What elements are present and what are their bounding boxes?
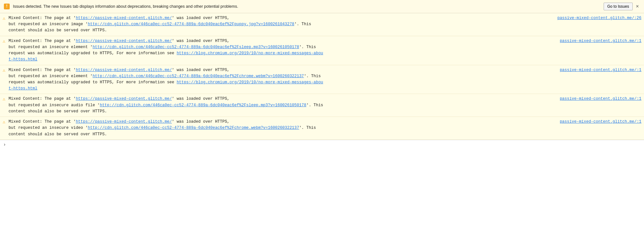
console-prompt-chevron[interactable]: › <box>3 142 6 147</box>
extra-link-2[interactable]: https://blog.chromium.org/2019/10/no-mor… <box>8 51 323 62</box>
page-url-4[interactable]: https://passive-mixed-content.glitch.me/ <box>76 97 172 101</box>
issues-banner: ! Issues detected. The new Issues tab di… <box>0 0 644 13</box>
console-message-3: ⚠ passive-mixed-content.glitch.me/:1 Mix… <box>0 65 644 94</box>
console-message-1: ⚠ passive-mixed-content.glitch.me/:26 Mi… <box>0 13 644 36</box>
source-link-3[interactable]: passive-mixed-content.glitch.me/:1 <box>560 67 641 73</box>
source-link-2[interactable]: passive-mixed-content.glitch.me/:1 <box>560 38 641 44</box>
message-content-4: passive-mixed-content.glitch.me/:1 Mixed… <box>8 96 641 115</box>
resource-url-1[interactable]: http://cdn.glitch.com/446ca0ec-cc52-4774… <box>88 22 294 26</box>
warning-icon-5: ⚠ <box>3 119 5 125</box>
warning-icon-1: ⚠ <box>3 15 5 21</box>
page-url-2[interactable]: https://passive-mixed-content.glitch.me/ <box>76 39 172 43</box>
warning-banner-icon: ! <box>4 4 10 9</box>
message-content-5: passive-mixed-content.glitch.me/:1 Mixed… <box>8 119 641 138</box>
page-url-5[interactable]: https://passive-mixed-content.glitch.me/ <box>76 119 172 124</box>
source-link-4[interactable]: passive-mixed-content.glitch.me/:1 <box>560 96 641 102</box>
go-to-issues-button[interactable]: Go to Issues <box>604 3 632 10</box>
console-message-5: ⚠ passive-mixed-content.glitch.me/:1 Mix… <box>0 117 644 140</box>
console-message-4: ⚠ passive-mixed-content.glitch.me/:1 Mix… <box>0 94 644 117</box>
source-link-5[interactable]: passive-mixed-content.glitch.me/:1 <box>560 119 641 125</box>
console-message-2: ⚠ passive-mixed-content.glitch.me/:1 Mix… <box>0 36 644 65</box>
message-content-3: passive-mixed-content.glitch.me/:1 Mixed… <box>8 67 641 92</box>
warning-icon-4: ⚠ <box>3 96 5 102</box>
resource-url-2[interactable]: http://cdn.glitch.com/446ca0ec-cc52-4774… <box>93 45 299 49</box>
extra-link-3[interactable]: https://blog.chromium.org/2019/10/no-mor… <box>8 80 323 91</box>
console-body: ⚠ passive-mixed-content.glitch.me/:26 Mi… <box>0 13 644 140</box>
message-content-2: passive-mixed-content.glitch.me/:1 Mixed… <box>8 38 641 63</box>
banner-left: ! Issues detected. The new Issues tab di… <box>4 4 238 9</box>
source-link-1[interactable]: passive-mixed-content.glitch.me/:26 <box>557 15 641 21</box>
close-banner-button[interactable]: × <box>635 4 640 9</box>
resource-url-4[interactable]: http://cdn.glitch.com/446ca0ec-cc52-4774… <box>100 103 306 108</box>
banner-text: Issues detected. The new Issues tab disp… <box>13 4 238 9</box>
resource-url-5[interactable]: http://cdn.glitch.com/446ca0ec-cc52-4774… <box>88 126 299 130</box>
bottom-bar: › <box>0 140 644 149</box>
page-url-1[interactable]: https://passive-mixed-content.glitch.me/ <box>76 16 172 20</box>
warning-icon-3: ⚠ <box>3 67 5 73</box>
message-content-1: passive-mixed-content.glitch.me/:26 Mixe… <box>8 15 641 34</box>
resource-url-3[interactable]: http://cdn.glitch.com/446ca0ec-cc52-4774… <box>93 74 304 78</box>
page-url-3[interactable]: https://passive-mixed-content.glitch.me/ <box>76 68 172 72</box>
warning-icon-2: ⚠ <box>3 38 5 44</box>
